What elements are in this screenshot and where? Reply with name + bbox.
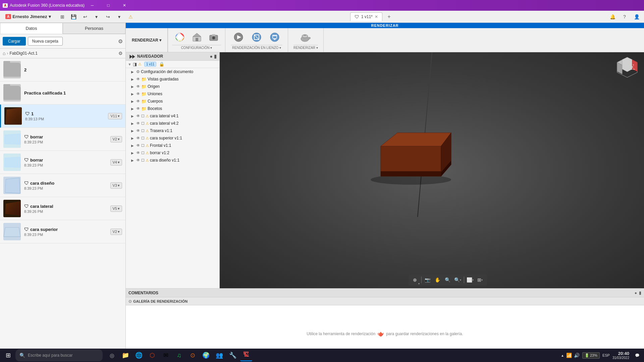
- gallery-expand-icon[interactable]: ⊙: [128, 299, 132, 304]
- renderizar-dropdown[interactable]: RENDERIZAR ▾: [128, 36, 165, 45]
- tab-close-btn[interactable]: ✕: [375, 14, 378, 19]
- zoom-dropdown-btn[interactable]: 🔍 ▾: [453, 275, 462, 285]
- taskbar-fusion2-btn[interactable]: 🏗: [240, 349, 252, 361]
- load-button[interactable]: Cargar: [3, 37, 26, 46]
- nav-item-origen[interactable]: ▶ 👁 📁 Origen: [126, 83, 219, 90]
- nav-item-trasera[interactable]: ▶ 👁 ☐ ⚠ Trasera v1:1: [126, 127, 219, 134]
- warning-icon[interactable]: ⚠: [126, 12, 136, 21]
- pan-btn[interactable]: ✋: [433, 275, 442, 285]
- help-icon[interactable]: ?: [620, 12, 629, 21]
- taskbar-teams-btn[interactable]: 👥: [213, 349, 225, 361]
- camera-view-btn[interactable]: 📷: [423, 275, 432, 285]
- file-version[interactable]: V2 ▾: [110, 229, 122, 235]
- display-mode-btn[interactable]: ⬜ ▾: [465, 275, 475, 285]
- comments-collapse-icon[interactable]: ▮: [639, 291, 641, 295]
- navigator-back-icon[interactable]: ◀◀: [129, 54, 135, 59]
- breadcrumb-home-icon[interactable]: ⌂: [3, 51, 5, 56]
- start-button[interactable]: ⊞: [1, 349, 15, 362]
- file-item-cara-lateral[interactable]: 🛡 cara lateral 8:39:26 PM V5 ▾: [0, 197, 125, 220]
- active-doc-tab[interactable]: 🛡 1 v11* ✕: [350, 12, 382, 21]
- taskbar-search-btn[interactable]: 🔍 Escribe aquí para buscar: [15, 349, 103, 361]
- config-section-label[interactable]: CONFIGURACIÓN ▾: [172, 45, 221, 50]
- taskbar-origin-btn[interactable]: ⊙: [186, 349, 199, 361]
- canvas-section-label[interactable]: RENDERIZACIÓN EN LIENZO ▾: [231, 45, 282, 50]
- color-wheel-btn[interactable]: [172, 31, 187, 44]
- grid-icon[interactable]: ⊞: [58, 12, 67, 21]
- canvas-render-btn[interactable]: [249, 31, 264, 44]
- file-item-folder-2[interactable]: 2: [0, 58, 125, 81]
- nav-item-bocetos[interactable]: ▶ 👁 📁 Bocetos: [126, 105, 219, 112]
- save-render-btn[interactable]: [267, 31, 282, 44]
- render-section-label[interactable]: RENDERIZAR ▾: [293, 45, 318, 50]
- language-indicator[interactable]: ESP: [602, 353, 610, 357]
- file-version[interactable]: V11 ▾: [108, 113, 122, 119]
- sidebar-tab-datos[interactable]: Datos: [0, 23, 63, 34]
- file-version[interactable]: V2 ▾: [110, 136, 122, 142]
- orbit-btn[interactable]: ⊕ ▾: [410, 275, 420, 285]
- maximize-button[interactable]: □: [101, 0, 116, 11]
- sidebar-settings-icon[interactable]: ⚙: [118, 38, 123, 45]
- toolbar-renderizar-section: RENDERIZAR ▾: [126, 28, 168, 52]
- file-item-cara-diseno[interactable]: 🛡 cara diseño 8:39:23 PM V3 ▾: [0, 174, 125, 197]
- taskbar-fusion-btn[interactable]: 🔧: [227, 349, 239, 361]
- taskbar-volume-icon[interactable]: 🔊: [574, 353, 580, 358]
- close-button[interactable]: ✕: [117, 0, 132, 11]
- undo-icon[interactable]: ↩: [80, 12, 90, 21]
- breadcrumb-settings-icon[interactable]: ⚙: [118, 51, 123, 56]
- file-version[interactable]: V4 ▾: [110, 159, 122, 166]
- file-item-1[interactable]: 🛡 1 8:39:13 PM V11 ▾: [0, 105, 125, 128]
- nav-item-cara-lateral-1[interactable]: ▶ 👁 ☐ ⚠ cara lateral v4:1: [126, 112, 219, 120]
- undo-dropdown-icon[interactable]: ▾: [92, 12, 101, 21]
- new-folder-button[interactable]: Nueva carpeta: [28, 37, 63, 46]
- taskbar-chevron-icon[interactable]: ▲: [561, 354, 564, 357]
- notifications-icon[interactable]: 🔔: [608, 12, 617, 21]
- redo-icon[interactable]: ↪: [103, 12, 113, 21]
- taskbar-network-icon[interactable]: 📶: [566, 353, 572, 358]
- teapot-render-btn[interactable]: [297, 31, 315, 44]
- account-icon[interactable]: 👤: [632, 12, 641, 21]
- redo-dropdown-icon[interactable]: ▾: [115, 12, 124, 21]
- view-cube[interactable]: F R onTAL: [614, 56, 641, 82]
- file-version[interactable]: V5 ▾: [110, 205, 122, 212]
- navigator-options-icon[interactable]: ●: [210, 54, 213, 59]
- nav-item-borrar[interactable]: ▶ 👁 ☐ ⚠ borrar v1:2: [126, 149, 219, 157]
- nav-item-cara-superior[interactable]: ▶ 👁 ☐ ⚠ cara superior v1:1: [126, 134, 219, 142]
- viewport-3d[interactable]: F R onTAL ⊕ ▾ 📷: [220, 52, 644, 288]
- nav-item-cara-lateral-2[interactable]: ▶ 👁 ☐ ⚠ cara lateral v4:2: [126, 120, 219, 127]
- file-item-folder-practica[interactable]: Practica calificada 1: [0, 81, 125, 105]
- taskbar-mail-btn[interactable]: ✉: [160, 349, 172, 361]
- taskbar-chrome-btn[interactable]: 🌍: [200, 349, 212, 361]
- taskbar-edge-btn[interactable]: 🌐: [133, 349, 145, 361]
- taskbar-clock[interactable]: 20:40 31/03/2022: [612, 351, 629, 360]
- nav-item-cara-diseno[interactable]: ▶ 👁 ☐ ⚠ cara diseño v1:1: [126, 157, 219, 164]
- play-render-btn[interactable]: [231, 31, 246, 44]
- nav-item-uniones[interactable]: ▶ 👁 📁 Uniones: [126, 90, 219, 98]
- zoom-btn[interactable]: 🔍: [443, 275, 452, 285]
- taskbar-files-btn[interactable]: 📁: [119, 349, 131, 361]
- minimize-button[interactable]: ─: [85, 0, 100, 11]
- file-item-borrar-v2[interactable]: 🛡 borrar 8:39:23 PM V2 ▾: [0, 128, 125, 151]
- taskbar-office-btn[interactable]: ⬡: [146, 349, 158, 361]
- nav-item-vistas[interactable]: ▶ 👁 📁 Vistas guardadas: [126, 75, 219, 83]
- notification-button[interactable]: 💬: [632, 349, 643, 361]
- user-menu[interactable]: A Ernesto Jimenez ▾: [3, 13, 54, 20]
- file-version[interactable]: V3 ▾: [110, 182, 122, 189]
- file-item-borrar-v4[interactable]: 🛡 borrar 8:39:23 PM V4 ▾: [0, 151, 125, 174]
- battery-indicator[interactable]: 🔋 23%: [582, 352, 600, 359]
- taskbar-spotify-btn[interactable]: ♫: [173, 349, 185, 361]
- sidebar-tab-personas[interactable]: Personas: [63, 23, 125, 34]
- nav-item-cuerpos[interactable]: ▶ 👁 📁 Cuerpos: [126, 98, 219, 105]
- comments-options-icon[interactable]: ●: [635, 291, 637, 295]
- nav-item-config[interactable]: ▶ ⚙ Configuración del documento: [126, 68, 219, 75]
- grid-display-btn[interactable]: ⊞ ▾: [475, 275, 485, 285]
- save-icon[interactable]: 💾: [69, 12, 78, 21]
- navigator-collapse-icon[interactable]: ▮: [214, 54, 217, 59]
- nav-item-frontal[interactable]: ▶ 👁 ☐ ⚠ Frontal v1:1: [126, 142, 219, 149]
- camera-btn[interactable]: [206, 32, 221, 43]
- scene-settings-btn[interactable]: [190, 31, 204, 43]
- taskbar-cortana-btn[interactable]: ◎: [106, 349, 118, 361]
- new-tab-button[interactable]: +: [385, 13, 393, 21]
- navigator-doc-root[interactable]: ▼ ◨ ⚠ 1 v11 🔒: [126, 61, 219, 68]
- breadcrumb-item[interactable]: FabDig01-Act.1: [9, 51, 37, 56]
- file-item-cara-superior[interactable]: 🛡 cara superior 8:39:23 PM V2 ▾: [0, 220, 125, 243]
